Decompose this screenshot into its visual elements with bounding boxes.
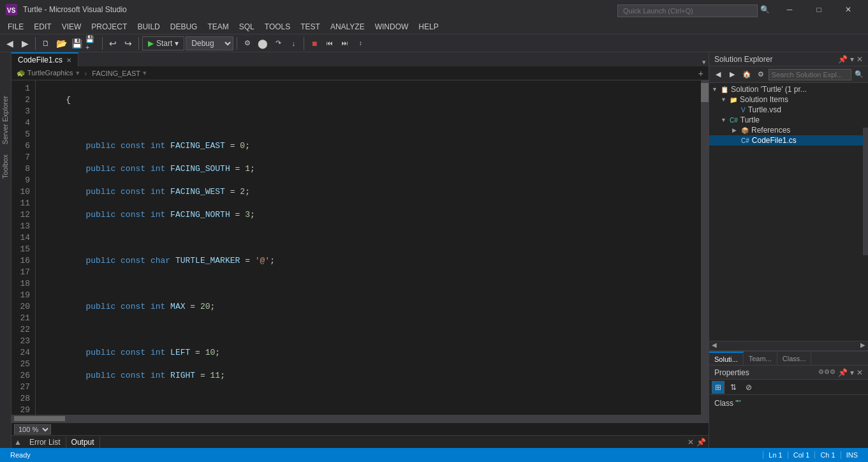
- menu-test[interactable]: TEST: [295, 19, 325, 34]
- output-panel-icon[interactable]: ▲: [14, 438, 22, 447]
- stop-button[interactable]: ■: [307, 36, 321, 50]
- start-button[interactable]: ▶ Start ▾: [142, 36, 184, 50]
- code-line[interactable]: public const int FACING_NORTH = 3;: [46, 209, 701, 221]
- menu-edit[interactable]: EDIT: [29, 19, 56, 34]
- save-all-button[interactable]: 💾+: [85, 36, 99, 50]
- tab-dropdown-button[interactable]: ▾: [700, 58, 709, 66]
- se-right-arrow[interactable]: ▶: [858, 341, 868, 350]
- menu-help[interactable]: HELP: [413, 19, 443, 34]
- se-turtle-project[interactable]: ▼ C# Turtle: [709, 115, 868, 125]
- code-line[interactable]: [46, 232, 701, 244]
- code-line[interactable]: [46, 278, 701, 290]
- se-back-button[interactable]: ◀: [712, 68, 725, 82]
- toolbox-tab[interactable]: Toolbox: [0, 149, 11, 184]
- step-over-button[interactable]: ↷: [271, 36, 285, 50]
- se-search-button[interactable]: 🔍: [853, 68, 865, 82]
- menu-view[interactable]: VIEW: [57, 19, 87, 34]
- close-button[interactable]: ✕: [834, 0, 863, 19]
- vsd-icon: V: [741, 107, 746, 114]
- zoom-select[interactable]: 100 % 75 % 150 %: [14, 424, 51, 435]
- props-settings-icon[interactable]: ⚙⚙⚙: [818, 368, 835, 377]
- nav2-button[interactable]: ⏭: [338, 36, 352, 50]
- open-file-button[interactable]: 📂: [54, 36, 68, 50]
- tab-close-button[interactable]: ✕: [66, 57, 71, 64]
- menu-analyze[interactable]: ANALYZE: [325, 19, 370, 34]
- breakpoint-button[interactable]: ⬤: [256, 36, 270, 50]
- props-dropdown-icon[interactable]: ▾: [850, 368, 854, 377]
- se-search-input[interactable]: [769, 69, 851, 80]
- menu-window[interactable]: WINDOW: [370, 19, 414, 34]
- breadcrumb-member[interactable]: FACING_EAST: [92, 70, 140, 77]
- minimize-button[interactable]: ─: [775, 0, 804, 19]
- se-settings-button[interactable]: ⚙: [754, 68, 767, 82]
- output-close-icon[interactable]: ✕: [688, 438, 694, 447]
- se-references[interactable]: ▶ 📦 References: [709, 125, 868, 135]
- code-line[interactable]: public const int LEFT = 10;: [46, 347, 701, 359]
- redo-button[interactable]: ↪: [121, 36, 135, 50]
- menu-tools[interactable]: TOOLS: [260, 19, 295, 34]
- forward-button[interactable]: ▶: [18, 36, 32, 50]
- se-close-icon[interactable]: ✕: [857, 55, 863, 64]
- se-tab-team[interactable]: Team...: [744, 352, 777, 365]
- menu-team[interactable]: TEAM: [202, 19, 233, 34]
- add-code-button[interactable]: +: [698, 68, 703, 78]
- output-bar: ▲ Error List Output ✕ 📌: [11, 435, 709, 448]
- error-list-tab[interactable]: Error List: [24, 436, 66, 448]
- menu-sql[interactable]: SQL: [234, 19, 260, 34]
- code-content[interactable]: { public const int FACING_EAST = 0; publ…: [36, 80, 701, 415]
- back-button[interactable]: ◀: [3, 36, 17, 50]
- props-grid-button[interactable]: ⊞: [712, 381, 725, 394]
- menu-file[interactable]: FILE: [3, 19, 29, 34]
- se-tab-solution[interactable]: Soluti...: [709, 352, 744, 365]
- code-line[interactable]: public const int FACING_SOUTH = 1;: [46, 163, 701, 175]
- code-line[interactable]: public const int RIGHT = 11;: [46, 370, 701, 382]
- code-line[interactable]: public const int FACING_WEST = 2;: [46, 186, 701, 198]
- nav3-button[interactable]: ↕: [353, 36, 367, 50]
- props-close-icon[interactable]: ✕: [857, 368, 863, 377]
- se-dropdown-icon[interactable]: ▾: [850, 55, 854, 64]
- code-line[interactable]: {: [46, 94, 701, 106]
- se-home-button[interactable]: 🏠: [740, 68, 753, 82]
- line-num: 3: [17, 106, 30, 117]
- save-button[interactable]: 💾: [70, 36, 84, 50]
- code-editor[interactable]: 1 2 3 4 5 6 7 8 9 10 11 12 13 14 15 16 1: [11, 80, 709, 415]
- props-sort-button[interactable]: ⇅: [727, 381, 740, 394]
- new-project-button[interactable]: 🗋: [39, 36, 53, 50]
- menu-build[interactable]: BUILD: [132, 19, 165, 34]
- menu-debug[interactable]: DEBUG: [165, 19, 203, 34]
- line-num: 4: [17, 117, 30, 129]
- se-tab-class[interactable]: Class...: [777, 352, 812, 365]
- code-line[interactable]: [46, 393, 701, 405]
- props-filter-button[interactable]: ⊘: [742, 381, 755, 394]
- quick-launch-input[interactable]: [617, 4, 758, 17]
- editor-vscroll[interactable]: [701, 80, 709, 415]
- status-ch: Ch 1: [814, 451, 840, 459]
- output-pin-icon[interactable]: 📌: [696, 438, 706, 447]
- se-turtle-vsd[interactable]: ▶ V Turtle.vsd: [709, 105, 868, 115]
- attach-button[interactable]: ⚙: [240, 36, 254, 50]
- props-pin-icon[interactable]: 📌: [838, 368, 848, 377]
- breadcrumb-class[interactable]: 🐢 TurtleGraphics: [17, 69, 73, 77]
- code-line[interactable]: public const int FACING_EAST = 0;: [46, 140, 701, 152]
- code-line[interactable]: public const char TURTLE_MARKER = '@';: [46, 255, 701, 267]
- debug-config-select[interactable]: Debug Release: [186, 36, 233, 50]
- editor-tab-codefile1[interactable]: CodeFile1.cs ✕: [11, 52, 78, 66]
- code-line[interactable]: [46, 117, 701, 129]
- code-line[interactable]: [46, 324, 701, 336]
- undo-button[interactable]: ↩: [106, 36, 120, 50]
- se-left-arrow[interactable]: ◀: [709, 341, 719, 350]
- editor-hscroll[interactable]: [11, 415, 709, 422]
- se-forward-button[interactable]: ▶: [726, 68, 739, 82]
- code-line[interactable]: public const int MAX = 20;: [46, 301, 701, 313]
- nav1-button[interactable]: ⏮: [323, 36, 337, 50]
- se-solution-items[interactable]: ▼ 📁 Solution Items: [709, 94, 868, 105]
- server-explorer-tab[interactable]: Server Explorer: [0, 91, 11, 149]
- se-vscroll[interactable]: [863, 128, 868, 255]
- step-into-button[interactable]: ↓: [286, 36, 300, 50]
- se-pin-icon[interactable]: 📌: [838, 55, 848, 64]
- output-tab[interactable]: Output: [66, 436, 100, 448]
- menu-project[interactable]: PROJECT: [86, 19, 132, 34]
- se-solution-root[interactable]: ▼ 📋 Solution 'Turtle' (1 pr...: [709, 84, 868, 94]
- se-codefile1[interactable]: ▶ C# CodeFile1.cs: [709, 135, 868, 145]
- maximize-button[interactable]: □: [804, 0, 834, 19]
